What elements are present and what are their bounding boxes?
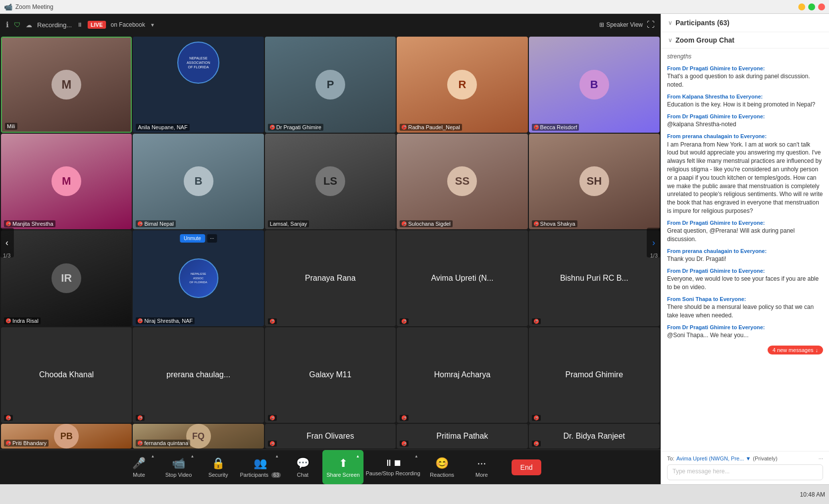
title-bar-text: Zoom Meeting [15,3,53,10]
share-caret: ▲ [356,454,360,458]
chat-text-3: @kalpana Shrestha-noted [667,120,823,129]
avatar: PB [54,424,79,449]
participant-name-radha: 🎤 Radha Paudel_Nepal [400,124,462,131]
chat-message-6: From prerana chaulagain to Everyone: Tha… [667,248,823,263]
participant-name-becca: 🎤 Becca Reisdorf [532,124,579,131]
avatar: SH [579,166,609,196]
name-display-galaxy: Galaxy M11 [305,366,355,383]
avatar: B [184,166,213,196]
participant-name-shova: 🎤 Shova Shakya [532,220,577,227]
fullscreen-btn[interactable]: ⛶ [647,20,655,29]
participant-name-bishnu: 🎤 [532,318,541,324]
participant-name-fran: 🎤 [268,441,277,447]
video-cell-sanjay: LS Lamsal, Sanjay [265,134,396,230]
participant-name-niraj: 🎤 Niraj Shrestha, NAF [136,317,195,324]
chat-sender-5: From Dr Pragati Ghimire to Everyone: [667,219,823,227]
record-button[interactable]: ▲ ⏸⏹ Pause/Stop Recording [363,450,422,484]
security-button[interactable]: 🔒 Security [199,450,238,484]
chat-button[interactable]: 💬 Chat [283,450,322,484]
naf-logo: NEPALESEASSOCIATIONOF FLORIDA [177,42,219,84]
taskbar: 10:48 AM [0,484,829,504]
chat-sender-1: From Dr Pragati Ghimire to Everyone: [667,65,823,72]
pause-record-btn[interactable]: ⏸ [77,21,83,28]
name-display-chooda: Chooda Khanal [35,366,98,383]
video-label: Stop Video [165,472,192,478]
new-messages-badge[interactable]: 4 new messages ↓ [768,346,823,354]
reactions-button[interactable]: 😊 Reactions [422,450,462,484]
unmute-button[interactable]: Unmute [180,234,205,243]
participant-name-sulochana: 🎤 Sulochana Sigdel [400,220,453,227]
security-icon: 🔒 [211,457,225,470]
private-label: (Privately) [753,455,777,461]
record-icon: ⏸⏹ [384,458,402,468]
video-cell-bidya: Dr. Bidya Ranjeet 🎤 [529,424,660,449]
name-display-pranaya: Pranaya Rana [301,270,360,287]
top-bar: ℹ 🛡 ☁ Recording... ⏸ LIVE on Facebook ▼ … [0,14,661,36]
page-indicator-right: 1/3 [650,252,658,258]
video-cell-bishnu: Bishnu Puri RC B... 🎤 [529,230,660,326]
chevron-down-icon2: ∨ [668,37,673,44]
chat-options-btn[interactable]: ··· [819,455,823,461]
group-chat-header[interactable]: ∨ Zoom Group Chat [661,32,829,49]
chat-sender-7: From Dr Pragati Ghimire to Everyone: [667,267,823,275]
video-cell-mili: M Mili [1,37,132,133]
avatar: LS [315,166,345,196]
more-options-btn[interactable]: ··· [207,234,217,243]
chat-text-4: I am Prerana from New York. I am at work… [667,141,823,215]
chat-message-8: From Soni Thapa to Everyone: There shoul… [667,296,823,320]
platform-text: on Facebook [111,21,145,28]
to-recipient[interactable]: Avima Upreti (NWGN, Pre... ▼ [676,455,751,461]
mute-button[interactable]: ▲ 🎤 Mute [119,450,159,484]
video-cell-priti: PB 🎤 Priti Bhandary [1,424,132,449]
title-bar-controls [798,3,825,10]
chevron-down-icon: ∨ [668,19,673,26]
participants-panel-header: ∨ Participants (63) [661,14,829,32]
video-cell-homraj: Homraj Acharya 🎤 [397,327,527,423]
chat-text-6: Thank you Dr. Pragati! [667,255,823,263]
chat-text-5: Great question, @Prerana! Will ask durin… [667,227,823,244]
cloud-icon: ☁ [26,21,32,29]
chat-message-9: From Dr Pragati Ghimire to Everyone: @So… [667,324,823,340]
toolbar: ▲ 🎤 Mute ▲ 📹 Stop Video 🔒 Security ▲ 👥 P… [0,450,661,484]
share-screen-button[interactable]: ▲ ⬆ Share Screen [322,450,363,484]
video-cell-fran: Fran Olivares 🎤 [265,424,396,449]
chat-sender-9: From Dr Pragati Ghimire to Everyone: [667,324,823,331]
name-display-bidya: Dr. Bidya Ranjeet [560,428,629,445]
more-button[interactable]: ··· More [462,450,502,484]
end-button[interactable]: End [512,459,542,475]
chat-text-1: That's a good question to ask during pan… [667,72,823,89]
page-indicator-left: 1/3 [3,252,10,258]
stop-video-button[interactable]: ▲ 📹 Stop Video [159,450,199,484]
video-cell-galaxy: Galaxy M11 🎤 [265,327,396,423]
video-icon: 📹 [172,457,185,470]
chat-input[interactable]: Type message here... [667,464,823,480]
video-cell-radha: R 🎤 Radha Paudel_Nepal [397,37,527,133]
platform-caret: ▼ [150,22,155,28]
minimize-button[interactable] [798,3,805,10]
taskbar-time: 10:48 AM [800,491,825,498]
video-cell-avima: Avima Upreti (N... 🎤 [397,230,527,326]
maximize-button[interactable] [808,3,815,10]
name-display-bishnu: Bishnu Puri RC B... [556,270,632,287]
participants-button[interactable]: ▲ 👥 Participants 63 [238,450,283,484]
avatar: M [52,70,81,100]
video-cell-pramod: Pramod Ghimire 🎤 [529,327,660,423]
name-display-avima: Avima Upreti (N... [427,270,497,287]
name-display-fran: Fran Olivares [303,428,358,445]
participant-name-manjita: 🎤 Manjita Shrestha [4,220,55,227]
chat-label: Chat [297,472,309,478]
chat-to-line: To: Avima Upreti (NWGN, Pre... ▼ (Privat… [667,455,823,461]
reactions-icon: 😊 [435,457,449,470]
speaker-view-btn[interactable]: ⊞ Speaker View [599,21,643,28]
avatar: R [447,70,477,100]
chat-sender-6: From prerana chaulagain to Everyone: [667,248,823,255]
video-grid: M Mili NEPALESEASSOCIATIONOF FLORIDA Ani… [0,36,661,450]
close-button[interactable] [818,3,825,10]
video-cell-manjita: M 🎤 Manjita Shrestha [1,134,132,230]
chat-text-2: Education is the key. How is it being pr… [667,101,823,109]
chat-icon: 💬 [296,457,310,470]
speaker-view-label: Speaker View [606,21,643,28]
participant-name-pranaya: 🎤 [268,318,277,324]
chat-text-7: Everyone, we would love to see your face… [667,275,823,292]
share-icon: ⬆ [339,457,348,470]
